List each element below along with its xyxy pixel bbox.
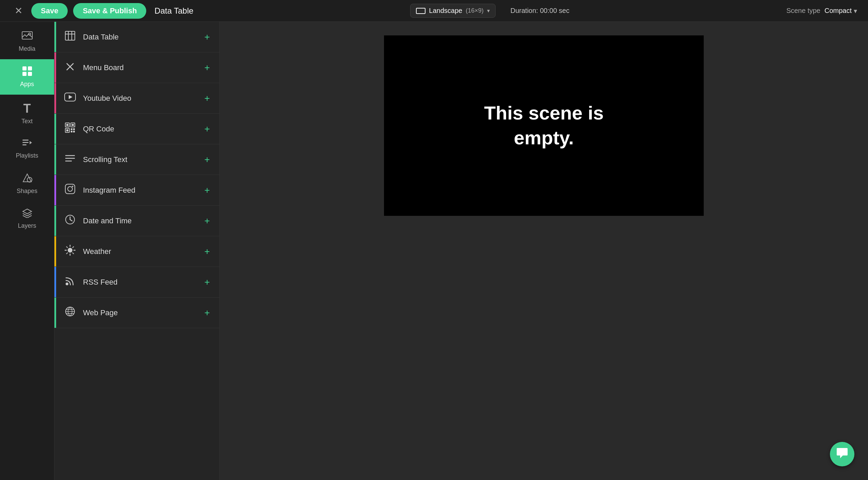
scene-type-label: Scene type [786, 7, 820, 15]
sidebar-media-label: Media [19, 45, 35, 52]
instagram-feed-add-button[interactable]: + [204, 186, 210, 195]
qr-code-add-button[interactable]: + [204, 124, 210, 134]
accent-bar [54, 52, 56, 83]
list-item-qr-code[interactable]: QR Code + [54, 114, 219, 144]
sidebar-item-apps[interactable]: Apps [0, 59, 54, 95]
instagram-feed-name: Instagram Feed [83, 186, 204, 195]
playlists-icon [22, 139, 32, 150]
list-item-weather[interactable]: Weather + [54, 236, 219, 267]
rss-icon [64, 276, 76, 288]
shapes-icon [22, 173, 32, 186]
media-icon [22, 31, 33, 43]
accent-bar [54, 206, 56, 236]
accent-bar [54, 236, 56, 267]
svg-line-37 [70, 220, 72, 221]
sidebar-item-playlists[interactable]: Playlists [0, 132, 54, 166]
scrolling-text-add-button[interactable]: + [204, 155, 210, 164]
sidebar-item-layers[interactable]: Layers [0, 202, 54, 236]
accent-bar [54, 144, 56, 175]
svg-point-33 [68, 187, 72, 191]
svg-point-47 [66, 283, 68, 285]
svg-rect-32 [65, 184, 75, 194]
sidebar-item-text[interactable]: T Text [0, 95, 54, 132]
qr-code-icon [64, 123, 76, 135]
topbar-center: Landscape (16×9) ▾ Duration: 00:00 sec [200, 4, 780, 18]
menu-board-name: Menu Board [83, 63, 204, 72]
list-item-youtube-video[interactable]: Youtube Video + [54, 83, 219, 114]
list-item-data-table[interactable]: Data Table + [54, 22, 219, 52]
web-page-name: Web Page [83, 308, 204, 317]
orientation-selector[interactable]: Landscape (16×9) ▾ [410, 4, 495, 18]
app-list-panel: Data Table + Menu Board + [54, 22, 220, 480]
sidebar-layers-label: Layers [18, 222, 36, 229]
save-publish-button[interactable]: Save & Publish [73, 3, 146, 19]
svg-rect-24 [66, 129, 68, 131]
rss-feed-add-button[interactable]: + [204, 277, 210, 287]
svg-rect-4 [22, 72, 27, 76]
svg-line-43 [67, 247, 68, 248]
sidebar-shapes-label: Shapes [17, 188, 37, 195]
apps-icon [22, 66, 32, 79]
youtube-video-add-button[interactable]: + [204, 94, 210, 103]
date-time-name: Date and Time [83, 217, 204, 225]
canvas-empty-message: This scene is empty. [484, 101, 604, 150]
list-item-web-page[interactable]: Web Page + [54, 298, 219, 328]
orientation-dropdown-arrow: ▾ [487, 7, 490, 14]
svg-rect-3 [28, 66, 32, 70]
accent-bar [54, 175, 56, 205]
layers-icon [22, 208, 32, 220]
duration-label: Duration: 00:00 sec [511, 7, 569, 15]
svg-point-38 [68, 248, 72, 253]
svg-rect-2 [22, 66, 27, 70]
svg-rect-6 [22, 140, 29, 141]
weather-name: Weather [83, 247, 204, 256]
scene-type-selector[interactable]: Compact ▾ [824, 7, 857, 15]
svg-rect-27 [71, 131, 72, 132]
sidebar: Media Apps T Text [0, 22, 54, 480]
sidebar-playlists-label: Playlists [16, 152, 38, 159]
landscape-label: Landscape [429, 7, 462, 15]
svg-marker-9 [30, 141, 32, 144]
list-item-date-and-time[interactable]: Date and Time + [54, 206, 219, 236]
menu-board-icon [64, 61, 76, 74]
menu-board-add-button[interactable]: + [204, 63, 210, 73]
sidebar-item-shapes[interactable]: Shapes [0, 166, 54, 202]
svg-rect-7 [22, 142, 29, 143]
chat-icon [836, 447, 848, 462]
data-table-add-button[interactable]: + [204, 32, 210, 42]
rss-feed-name: RSS Feed [83, 278, 204, 287]
list-item-instagram-feed[interactable]: Instagram Feed + [54, 175, 219, 206]
page-title: Data Table [154, 6, 193, 16]
sidebar-item-media[interactable]: Media [0, 25, 54, 59]
weather-add-button[interactable]: + [204, 247, 210, 256]
list-item-scrolling-text[interactable]: Scrolling Text + [54, 144, 219, 175]
close-button[interactable]: ✕ [11, 3, 26, 18]
list-item-menu-board[interactable]: Menu Board + [54, 52, 219, 83]
accent-bar [54, 298, 56, 328]
accent-bar [54, 114, 56, 144]
accent-bar [54, 267, 56, 297]
accent-bar [54, 22, 56, 52]
weather-icon [64, 245, 76, 258]
sidebar-text-label: Text [21, 118, 33, 125]
canvas-area: This scene is empty. [220, 22, 868, 480]
scrolling-text-icon [64, 154, 76, 165]
data-table-name: Data Table [83, 33, 204, 42]
svg-line-46 [67, 253, 68, 254]
date-time-add-button[interactable]: + [204, 216, 210, 226]
youtube-video-name: Youtube Video [83, 94, 204, 103]
svg-point-1 [29, 33, 31, 35]
svg-line-45 [73, 247, 74, 248]
chat-button[interactable] [830, 442, 854, 466]
data-table-icon [64, 31, 76, 43]
scene-type-arrow: ▾ [854, 7, 857, 15]
save-button[interactable]: Save [31, 3, 68, 19]
web-page-add-button[interactable]: + [204, 308, 210, 318]
topbar-left: ✕ Save Save & Publish Data Table [11, 3, 194, 19]
svg-rect-5 [28, 72, 32, 76]
svg-rect-11 [65, 31, 75, 40]
canvas-frame: This scene is empty. [384, 35, 704, 216]
list-item-rss-feed[interactable]: RSS Feed + [54, 267, 219, 298]
svg-point-34 [72, 186, 73, 187]
svg-rect-22 [72, 124, 74, 126]
